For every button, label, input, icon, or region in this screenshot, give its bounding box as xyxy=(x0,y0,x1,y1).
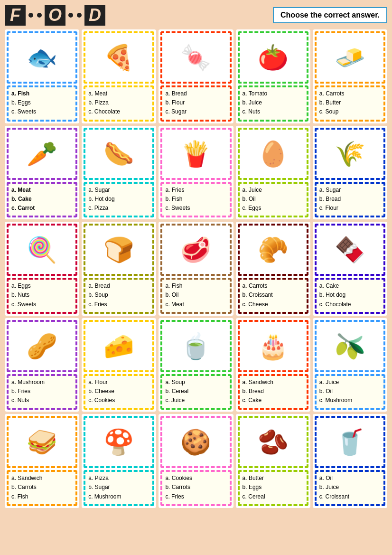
card-14-option-1[interactable]: b. Croissant xyxy=(243,291,304,300)
card-7-option-1[interactable]: b. Hot dog xyxy=(88,195,149,204)
card-19[interactable]: 🎂a. Sandwichb. Breadc. Cake xyxy=(236,318,310,412)
card-2-option-1[interactable]: b. Pizza xyxy=(88,98,149,107)
card-8-option-2[interactable]: c. Sweets xyxy=(165,204,226,213)
card-20[interactable]: 🫒a. Juiceb. Oilc. Mushroom xyxy=(313,318,387,412)
card-1-option-0[interactable]: a. Fish xyxy=(11,89,73,98)
card-16-option-1[interactable]: b. Fries xyxy=(11,387,73,396)
card-24[interactable]: 🫘a. Butterb. Eggsc. Cereal xyxy=(236,414,310,508)
card-15-option-2[interactable]: c. Chocolate xyxy=(319,300,381,309)
card-10-option-1[interactable]: b. Bread xyxy=(319,195,381,204)
card-5-option-0[interactable]: a. Carrots xyxy=(319,89,381,98)
card-10-option-2[interactable]: c. Flour xyxy=(319,204,381,213)
card-4[interactable]: 🍅a. Tomatob. Juicec. Nuts xyxy=(236,29,310,123)
card-18[interactable]: 🍵a. Soupb. Cerealc. Juice xyxy=(159,318,233,412)
card-5-option-1[interactable]: b. Butter xyxy=(319,98,381,107)
card-25-option-0[interactable]: a. Oil xyxy=(319,474,381,483)
card-17-option-0[interactable]: a. Flour xyxy=(88,378,149,387)
card-23[interactable]: 🍪a. Cookiesb. Carrotsc. Fries xyxy=(159,414,233,508)
card-17[interactable]: 🧀a. Flourb. Cheesec. Cookies xyxy=(82,318,156,412)
card-21-option-2[interactable]: c. Fish xyxy=(11,492,73,501)
card-20-option-2[interactable]: c. Mushroom xyxy=(319,396,381,405)
card-24-option-2[interactable]: c. Cereal xyxy=(243,492,304,501)
card-13[interactable]: 🥩a. Fishb. Oilc. Meat xyxy=(159,222,233,316)
card-24-option-0[interactable]: a. Butter xyxy=(243,474,304,483)
card-2[interactable]: 🍕a. Meatb. Pizzac. Chocolate xyxy=(82,29,156,123)
card-6-option-1[interactable]: b. Cake xyxy=(11,195,73,204)
card-1-option-2[interactable]: c. Sweets xyxy=(11,107,73,116)
card-1[interactable]: 🐟a. Fishb. Eggsc. Sweets xyxy=(5,29,79,123)
card-3-option-2[interactable]: c. Sugar xyxy=(165,107,226,116)
card-12[interactable]: 🍞a. Breadb. Soupc. Fries xyxy=(82,222,156,316)
card-11[interactable]: 🍭a. Eggsb. Nutsc. Sweets xyxy=(5,222,79,316)
card-23-option-0[interactable]: a. Cookies xyxy=(165,474,226,483)
card-7-option-2[interactable]: c. Pizza xyxy=(88,204,149,213)
card-14-option-0[interactable]: a. Carrots xyxy=(243,282,304,291)
card-25[interactable]: 🥤a. Oilb. Juicec. Croissant xyxy=(313,414,387,508)
card-8-option-1[interactable]: b. Fish xyxy=(165,195,226,204)
card-10[interactable]: 🌾a. Sugarb. Breadc. Flour xyxy=(313,126,387,220)
card-23-option-1[interactable]: b. Carrots xyxy=(165,483,226,492)
card-21-option-0[interactable]: a. Sandwich xyxy=(11,474,73,483)
card-15[interactable]: 🍫a. Cakeb. Hot dogc. Chocolate xyxy=(313,222,387,316)
card-4-option-0[interactable]: a. Tomato xyxy=(243,89,304,98)
card-4-option-1[interactable]: b. Juice xyxy=(243,98,304,107)
card-6-option-0[interactable]: a. Meat xyxy=(11,186,73,195)
card-2-option-0[interactable]: a. Meat xyxy=(88,89,149,98)
card-18-option-1[interactable]: b. Cereal xyxy=(165,387,226,396)
card-15-option-1[interactable]: b. Hot dog xyxy=(319,291,381,300)
card-3[interactable]: 🍬a. Breadb. Flourc. Sugar xyxy=(159,29,233,123)
card-3-option-1[interactable]: b. Flour xyxy=(165,98,226,107)
card-16-option-2[interactable]: c. Nuts xyxy=(11,396,73,405)
card-9[interactable]: 🥚a. Juiceb. Oilc. Eggs xyxy=(236,126,310,220)
card-25-option-2[interactable]: c. Croissant xyxy=(319,492,381,501)
card-17-option-1[interactable]: b. Cheese xyxy=(88,387,149,396)
card-20-option-0[interactable]: a. Juice xyxy=(319,378,381,387)
card-12-option-2[interactable]: c. Fries xyxy=(88,300,149,309)
card-25-option-1[interactable]: b. Juice xyxy=(319,483,381,492)
card-19-option-0[interactable]: a. Sandwich xyxy=(243,378,304,387)
card-2-option-2[interactable]: c. Chocolate xyxy=(88,107,149,116)
card-16[interactable]: 🥜a. Mushroomb. Friesc. Nuts xyxy=(5,318,79,412)
card-19-option-1[interactable]: b. Bread xyxy=(243,387,304,396)
card-12-option-1[interactable]: b. Soup xyxy=(88,291,149,300)
card-11-option-1[interactable]: b. Nuts xyxy=(11,291,73,300)
card-14-option-2[interactable]: c. Cheese xyxy=(243,300,304,309)
card-3-option-0[interactable]: a. Bread xyxy=(165,89,226,98)
card-23-option-2[interactable]: c. Fries xyxy=(165,492,226,501)
card-22-option-2[interactable]: c. Mushroom xyxy=(88,492,149,501)
card-24-option-1[interactable]: b. Eggs xyxy=(243,483,304,492)
card-7-option-0[interactable]: a. Sugar xyxy=(88,186,149,195)
card-5[interactable]: 🧈a. Carrotsb. Butterc. Soup xyxy=(313,29,387,123)
card-22-option-1[interactable]: b. Sugar xyxy=(88,483,149,492)
card-17-option-2[interactable]: c. Cookies xyxy=(88,396,149,405)
card-18-option-0[interactable]: a. Soup xyxy=(165,378,226,387)
card-1-option-1[interactable]: b. Eggs xyxy=(11,98,73,107)
card-5-option-2[interactable]: c. Soup xyxy=(319,107,381,116)
card-4-option-2[interactable]: c. Nuts xyxy=(243,107,304,116)
card-8-option-0[interactable]: a. Fries xyxy=(165,186,226,195)
card-9-option-2[interactable]: c. Eggs xyxy=(243,204,304,213)
card-14[interactable]: 🥐a. Carrotsb. Croissantc. Cheese xyxy=(236,222,310,316)
card-12-option-0[interactable]: a. Bread xyxy=(88,282,149,291)
card-22-option-0[interactable]: a. Pizza xyxy=(88,474,149,483)
card-21[interactable]: 🥪a. Sandwichb. Carrotsc. Fish xyxy=(5,414,79,508)
card-20-option-1[interactable]: b. Oil xyxy=(319,387,381,396)
card-19-option-2[interactable]: c. Cake xyxy=(243,396,304,405)
card-11-option-2[interactable]: c. Sweets xyxy=(11,300,73,309)
card-16-option-0[interactable]: a. Mushroom xyxy=(11,378,73,387)
card-6[interactable]: 🥕a. Meatb. Cakec. Carrot xyxy=(5,126,79,220)
card-13-option-0[interactable]: a. Fish xyxy=(165,282,226,291)
card-13-option-1[interactable]: b. Oil xyxy=(165,291,226,300)
card-9-option-0[interactable]: a. Juice xyxy=(243,186,304,195)
card-10-option-0[interactable]: a. Sugar xyxy=(319,186,381,195)
card-18-option-2[interactable]: c. Juice xyxy=(165,396,226,405)
card-7[interactable]: 🌭a. Sugarb. Hot dogc. Pizza xyxy=(82,126,156,220)
card-15-option-0[interactable]: a. Cake xyxy=(319,282,381,291)
card-22[interactable]: 🍄a. Pizzab. Sugarc. Mushroom xyxy=(82,414,156,508)
card-13-option-2[interactable]: c. Meat xyxy=(165,300,226,309)
card-8[interactable]: 🍟a. Friesb. Fishc. Sweets xyxy=(159,126,233,220)
card-9-option-1[interactable]: b. Oil xyxy=(243,195,304,204)
card-6-option-2[interactable]: c. Carrot xyxy=(11,204,73,213)
card-21-option-1[interactable]: b. Carrots xyxy=(11,483,73,492)
card-11-option-0[interactable]: a. Eggs xyxy=(11,282,73,291)
